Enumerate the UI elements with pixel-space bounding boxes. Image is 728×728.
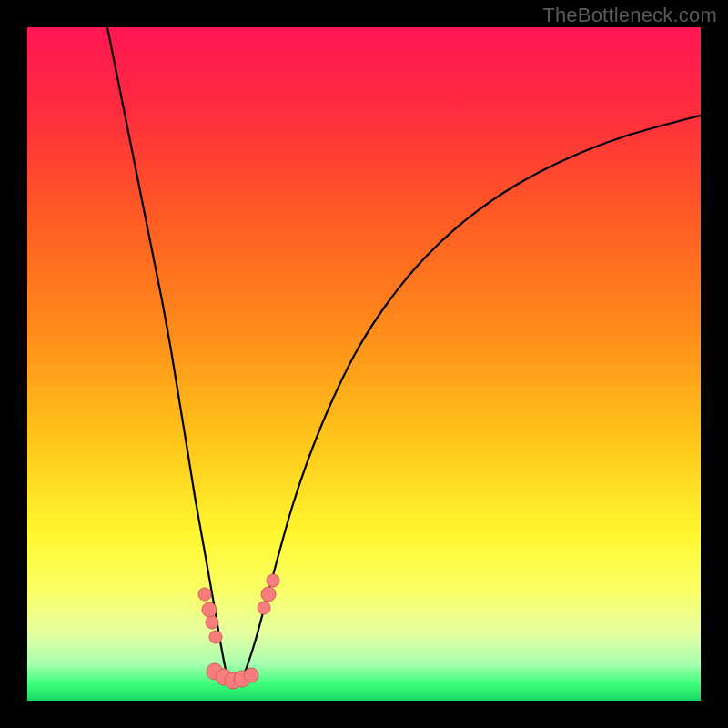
data-marker — [267, 574, 279, 587]
data-marker — [209, 631, 222, 643]
plot-area — [27, 27, 701, 701]
chart-svg — [27, 27, 701, 701]
data-marker — [198, 588, 211, 601]
data-marker — [244, 668, 258, 682]
data-marker — [206, 616, 218, 629]
data-marker — [202, 602, 217, 617]
data-marker — [258, 602, 270, 614]
chart-frame: TheBottleneck.com — [0, 0, 728, 728]
data-marker — [261, 587, 276, 602]
watermark-text: TheBottleneck.com — [542, 4, 717, 27]
